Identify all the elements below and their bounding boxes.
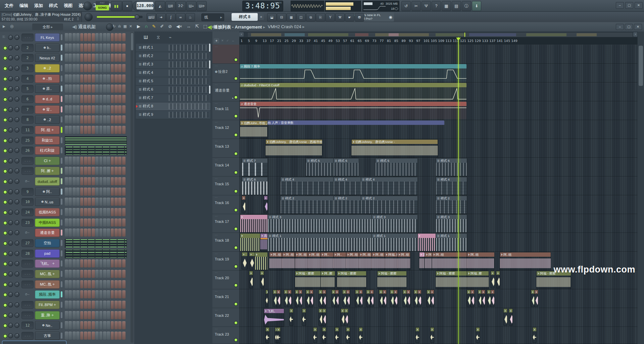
clip-header[interactable]: ⏵ bbox=[533, 328, 536, 331]
step-cell-4[interactable] bbox=[76, 229, 80, 237]
close-button-playlist[interactable]: ✕ bbox=[634, 24, 642, 30]
step-cell-4[interactable] bbox=[76, 85, 80, 93]
audio-clip-[interactable]: ⏵ bbox=[341, 308, 345, 326]
mixer-track-number[interactable]: --- bbox=[21, 311, 34, 319]
clip-header[interactable]: ⏵ bbox=[390, 290, 394, 294]
step-cell-3[interactable] bbox=[72, 85, 76, 93]
clip-header[interactable]: ≣ 样式 1 bbox=[436, 234, 467, 238]
step-cell-1[interactable] bbox=[65, 105, 68, 113]
step-cell-8[interactable] bbox=[92, 95, 95, 103]
audio-clip-[interactable]: ⏵ bbox=[309, 290, 313, 307]
step-cell-14[interactable] bbox=[114, 332, 118, 340]
track-menu-dots[interactable]: ⋯ bbox=[215, 252, 218, 255]
mixer-track-number[interactable]: 12 bbox=[21, 322, 34, 329]
step-cell-2[interactable] bbox=[68, 188, 72, 196]
step-cell-7[interactable] bbox=[88, 44, 91, 52]
pattern-clip-样式 6[interactable]: ≣ 样式 6 bbox=[436, 158, 467, 176]
step-cell-15[interactable] bbox=[118, 208, 121, 216]
tab-patterns[interactable]: Ш bbox=[144, 35, 148, 40]
step-cell-8[interactable] bbox=[92, 115, 95, 124]
step-cell-1[interactable] bbox=[65, 218, 68, 227]
step-cell-16[interactable] bbox=[122, 321, 126, 329]
track-header-Track 15[interactable]: ⋯Track 15 bbox=[212, 177, 239, 195]
step-cell-14[interactable] bbox=[114, 95, 118, 103]
step-cell-2[interactable] bbox=[68, 126, 72, 134]
clip-header[interactable]: ⏵ bbox=[504, 309, 507, 312]
mixer-track-number[interactable]: σ— bbox=[21, 178, 33, 185]
audio-clip-[interactable]: ⏵ bbox=[298, 290, 302, 307]
step-cell-13[interactable] bbox=[111, 198, 114, 206]
clip-header[interactable]: ⏵ 阿.. bbox=[334, 252, 346, 257]
step-cell-13[interactable] bbox=[111, 85, 114, 93]
step-cell-2[interactable] bbox=[68, 54, 72, 62]
audio-clip-[interactable]: ⏵ bbox=[430, 290, 434, 307]
audio-clip-阿..组[interactable]: ⏵ 阿..组 bbox=[308, 252, 321, 270]
step-cell-13[interactable] bbox=[111, 270, 114, 278]
automation-clip-通道音量[interactable]: σ 通道音量 bbox=[240, 102, 466, 119]
step-cell-7[interactable] bbox=[88, 218, 91, 227]
step-cell-10[interactable] bbox=[99, 167, 103, 175]
step-cell-12[interactable] bbox=[107, 54, 110, 62]
audio-clip-[interactable]: ⏵ bbox=[277, 327, 281, 343]
pan-knob[interactable] bbox=[8, 272, 13, 277]
clip-header[interactable]: ≣ 样式 1 bbox=[372, 234, 417, 238]
step-cell-6[interactable] bbox=[84, 198, 87, 206]
step-cell-15[interactable] bbox=[118, 85, 121, 93]
channel-button-d..d[interactable]: ❶d..d bbox=[35, 95, 60, 103]
track-led[interactable] bbox=[234, 227, 238, 231]
step-cell-10[interactable] bbox=[99, 105, 103, 113]
clip-header[interactable]: ⏵ bbox=[359, 290, 362, 294]
undo-icon[interactable]: ↺ bbox=[401, 1, 411, 11]
audio-clip-[interactable]: ⏵ bbox=[265, 327, 269, 343]
step-cell-9[interactable] bbox=[95, 85, 99, 93]
volume-knob[interactable] bbox=[14, 282, 19, 287]
pattern-item-样式 6[interactable]: ≣ 样式 6 bbox=[136, 86, 210, 94]
step-cell-10[interactable] bbox=[99, 54, 103, 62]
audio-clip-[interactable]: ⏵ bbox=[255, 252, 268, 270]
step-cell-5[interactable] bbox=[80, 167, 84, 175]
clip-header[interactable]: ⏵ bbox=[491, 271, 494, 275]
track-led[interactable] bbox=[234, 152, 238, 156]
channel-select-indicator[interactable] bbox=[61, 271, 62, 277]
track-menu-dots[interactable]: ⋯ bbox=[215, 177, 218, 180]
step-cell-16[interactable] bbox=[122, 75, 126, 83]
clip-header[interactable]: ⏵ 伯爵Johnny、唐伯虎Annie - 西厢寻他 人声 bbox=[266, 140, 322, 144]
channel-select-indicator[interactable] bbox=[61, 189, 62, 195]
clip-header[interactable]: ⏵ bbox=[343, 290, 346, 294]
delete-tool-icon[interactable]: ⊘ bbox=[168, 24, 172, 29]
step-cell-16[interactable] bbox=[122, 229, 126, 237]
step-cell-15[interactable] bbox=[118, 188, 121, 196]
mixer-track-number[interactable]: --- bbox=[21, 157, 34, 165]
channel-button-柱式和旋[interactable]: 柱式和旋 bbox=[35, 146, 60, 155]
step-cell-11[interactable] bbox=[103, 64, 106, 72]
clip-header[interactable]: ⏵ bbox=[242, 196, 245, 200]
step-cell-14[interactable] bbox=[114, 44, 118, 52]
clip-header[interactable]: ⏵ bbox=[299, 290, 302, 294]
clip-header[interactable]: ⏵ bbox=[273, 290, 277, 294]
audio-clip-阿..组[interactable]: ⏵ 阿..组 bbox=[425, 252, 432, 270]
audio-clip-[interactable]: ⏵ bbox=[534, 290, 538, 307]
restore-button[interactable]: ▢ bbox=[625, 2, 633, 9]
step-cell-11[interactable] bbox=[103, 115, 106, 124]
audio-clip-[interactable]: ⏵ bbox=[289, 308, 293, 326]
close-button[interactable]: ✕ bbox=[635, 2, 643, 9]
step-cell-6[interactable] bbox=[84, 105, 87, 113]
mixer-track-number[interactable]: 2 bbox=[21, 44, 34, 52]
step-cell-14[interactable] bbox=[114, 259, 118, 267]
tile-windows-icon[interactable]: ⧉ bbox=[306, 13, 315, 21]
step-cell-2[interactable] bbox=[68, 290, 72, 298]
step-cell-11[interactable] bbox=[103, 54, 106, 62]
pattern-clip-样式 1[interactable]: ≣ 样式 1 bbox=[436, 233, 467, 251]
step-cell-16[interactable] bbox=[122, 280, 126, 288]
channel-select-indicator[interactable] bbox=[61, 34, 62, 40]
pattern-clip-样式 8[interactable]: ≣ 样式 8 bbox=[242, 177, 267, 195]
step-cell-7[interactable] bbox=[88, 75, 91, 83]
step-cell-3[interactable] bbox=[72, 115, 76, 124]
track-header-通道音量[interactable]: ⋯通道音量▲ bbox=[212, 83, 239, 101]
audio-clip-[interactable]: ⏵ bbox=[383, 290, 387, 307]
step-cell-14[interactable] bbox=[114, 290, 118, 298]
step-cell-6[interactable] bbox=[84, 44, 87, 52]
step-cell-5[interactable] bbox=[80, 115, 84, 124]
clip-header[interactable]: ≣ 样式 3 bbox=[268, 215, 372, 219]
step-cell-1[interactable] bbox=[65, 44, 68, 52]
